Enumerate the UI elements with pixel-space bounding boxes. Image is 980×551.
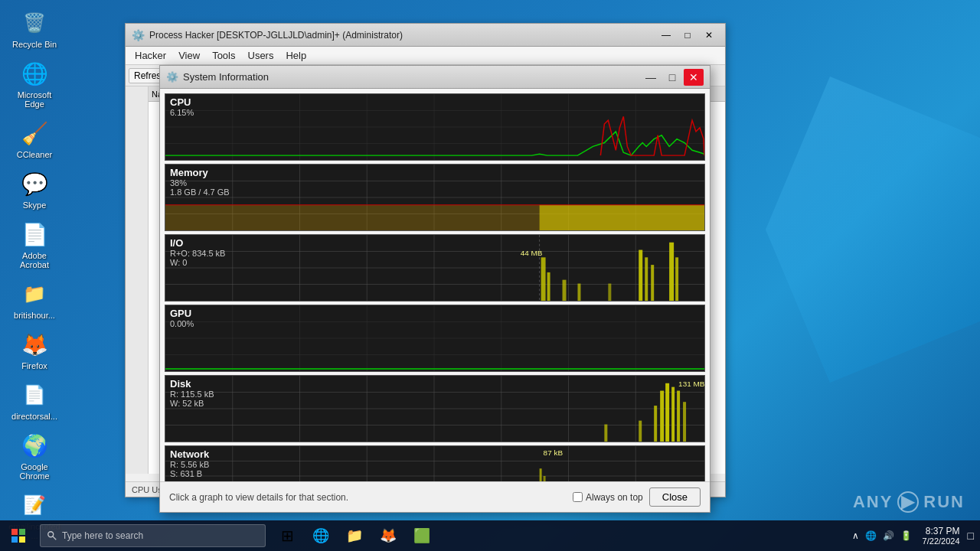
disk-subtitle1: R: 115.5 kB — [170, 390, 214, 399]
gpu-graph-panel[interactable]: GPU 0.00% — [165, 305, 705, 372]
svg-rect-69 — [654, 406, 657, 442]
memory-subtitle2: 1.8 GB / 4.7 GB — [170, 187, 230, 197]
taskbar-firefox[interactable]: 🦊 — [373, 520, 403, 551]
svg-rect-67 — [604, 425, 607, 442]
ph-menu-view[interactable]: View — [172, 47, 206, 65]
taskbar-explorer[interactable]: 📁 — [339, 520, 370, 551]
si-maximize-btn[interactable]: □ — [662, 69, 682, 86]
si-footer: Click a graph to view details for that s… — [160, 481, 710, 512]
network-panel-header: Network R: 5.56 kB S: 631 B — [165, 446, 214, 481]
desktop-icon-recycle-bin[interactable]: 🗑️ Recycle Bin — [8, 8, 61, 49]
io-graph-canvas: 44 MB — [165, 235, 704, 301]
anyrun-text: ANY — [853, 492, 893, 512]
svg-rect-38 — [608, 284, 611, 301]
tray-network-icon[interactable]: 🌐 — [864, 529, 878, 543]
taskview-icon: ⊞ — [281, 527, 294, 545]
si-title-text: System Information — [183, 71, 641, 83]
memory-title: Memory — [170, 167, 230, 178]
memory-subtitle1: 38% — [170, 178, 230, 187]
si-footer-right: Always on top Close — [573, 487, 701, 507]
io-graph-panel[interactable]: 44 MB I/O R+O: 834.5 kB W: 0 — [165, 234, 705, 302]
si-close-button[interactable]: Close — [649, 487, 701, 507]
ph-titlebar[interactable]: ⚙️ Process Hacker [DESKTOP-JGLLJLD\admin… — [126, 24, 725, 47]
always-on-top-checkbox[interactable] — [573, 492, 583, 502]
ccleaner-icon: 🧹 — [19, 118, 50, 148]
system-info-window[interactable]: ⚙️ System Information — □ ✕ — [159, 65, 710, 513]
skype-label: Skype — [23, 201, 47, 210]
desktop-icon-chrome[interactable]: 🌍 Google Chrome — [8, 430, 61, 481]
svg-rect-93 — [19, 529, 25, 535]
always-on-top-label[interactable]: Always on top — [573, 492, 643, 503]
memory-graph-canvas — [165, 165, 704, 230]
svg-rect-43 — [675, 257, 678, 301]
clock-time: 8:37 PM — [926, 526, 960, 536]
ph-menu-help[interactable]: Help — [279, 47, 312, 65]
gpu-panel-header: GPU 0.00% — [165, 305, 198, 331]
svg-rect-36 — [563, 280, 567, 301]
si-close-btn[interactable]: ✕ — [684, 69, 704, 86]
ccleaner-label: CCleaner — [17, 150, 52, 159]
ph-maximize-btn[interactable]: □ — [678, 28, 697, 43]
taskbar-green-app[interactable]: 🟩 — [407, 520, 437, 551]
desktop-icon-britishours[interactable]: 📁 britishour... — [8, 279, 61, 320]
ph-menu-users[interactable]: Users — [242, 47, 280, 65]
clock[interactable]: 8:37 PM 7/22/2024 — [923, 526, 960, 546]
notification-icon[interactable]: □ — [968, 530, 974, 542]
desktop-icon-directorsal[interactable]: 📄 directorsal... — [8, 380, 61, 421]
si-body: CPU 6.15% — [160, 89, 710, 481]
ph-menu-hacker[interactable]: Hacker — [129, 47, 172, 65]
ph-title-text: Process Hacker [DESKTOP-JGLLJLD\admin]+ … — [149, 30, 656, 41]
network-graph-panel[interactable]: 87 kB Network R: 5.56 kB S: 631 B — [165, 445, 705, 481]
tray-chevron-icon[interactable]: ∧ — [851, 529, 861, 543]
si-titlebar[interactable]: ⚙️ System Information — □ ✕ — [160, 66, 710, 89]
desktop-icon-skype[interactable]: 💬 Skype — [8, 168, 61, 210]
ph-menu-tools[interactable]: Tools — [206, 47, 241, 65]
directorsal-icon: 📄 — [19, 380, 50, 410]
search-bar[interactable]: Type here to search — [40, 524, 266, 547]
memory-graph-panel[interactable]: Memory 38% 1.8 GB / 4.7 GB — [165, 164, 705, 231]
anyrun-text2: RUN — [923, 492, 965, 512]
recycle-bin-icon: 🗑️ — [19, 8, 50, 38]
si-minimize-btn[interactable]: — — [641, 69, 661, 86]
search-icon — [47, 530, 57, 541]
tray-sound-icon[interactable]: 🔊 — [881, 529, 896, 543]
chrome-label: Google Chrome — [8, 462, 61, 481]
disk-panel-header: Disk R: 115.5 kB W: 52 kB — [165, 376, 218, 410]
desktop-icons-container: 🗑️ Recycle Bin 🌐 Microsoft Edge 🧹 CClean… — [8, 8, 61, 551]
svg-text:44 MB: 44 MB — [521, 249, 543, 257]
skype-icon: 💬 — [19, 168, 50, 199]
gpu-title: GPU — [170, 308, 194, 319]
taskbar-app-icons: ⊞ 🌐 📁 🦊 🟩 — [272, 520, 437, 551]
taskbar-explorer-icon: 📁 — [346, 527, 363, 544]
search-placeholder-text: Type here to search — [62, 530, 143, 541]
britishours-icon: 📁 — [19, 279, 50, 309]
ph-minimize-btn[interactable]: — — [656, 28, 676, 43]
svg-rect-34 — [541, 257, 546, 301]
desktop-decoration — [766, 77, 980, 383]
svg-rect-35 — [547, 272, 550, 301]
svg-rect-92 — [11, 529, 18, 535]
desktop-icon-edge[interactable]: 🌐 Microsoft Edge — [8, 58, 61, 109]
anyrun-play-icon: ▶ — [897, 491, 919, 513]
svg-rect-73 — [677, 391, 680, 442]
network-subtitle2: S: 631 B — [170, 469, 209, 478]
email-icon: 📝 — [19, 490, 50, 520]
desktop: 🗑️ Recycle Bin 🌐 Microsoft Edge 🧹 CClean… — [0, 0, 980, 551]
cpu-graph-panel[interactable]: CPU 6.15% — [165, 93, 705, 161]
taskview-button[interactable]: ⊞ — [272, 520, 302, 551]
recycle-bin-label: Recycle Bin — [12, 40, 57, 49]
start-button[interactable] — [0, 520, 37, 551]
network-graph-canvas: 87 kB — [165, 446, 704, 481]
desktop-icon-adobe[interactable]: 📄 Adobe Acrobat — [8, 219, 61, 269]
directorsal-label: directorsal... — [11, 412, 57, 421]
system-tray: ∧ 🌐 🔊 🔋 8:37 PM 7/22/2024 □ — [851, 526, 980, 546]
ph-close-btn[interactable]: ✕ — [699, 28, 719, 43]
cpu-panel-header: CPU 6.15% — [165, 94, 198, 119]
desktop-icon-ccleaner[interactable]: 🧹 CCleaner — [8, 118, 61, 159]
always-on-top-text: Always on top — [586, 492, 643, 503]
disk-graph-panel[interactable]: 131 MB Disk R: 115.5 kB W: 52 kB — [165, 375, 705, 442]
network-title: Network — [170, 448, 209, 460]
taskbar-edge[interactable]: 🌐 — [305, 520, 336, 551]
desktop-icon-firefox[interactable]: 🦊 Firefox — [8, 329, 61, 370]
tray-battery-icon[interactable]: 🔋 — [899, 529, 913, 543]
